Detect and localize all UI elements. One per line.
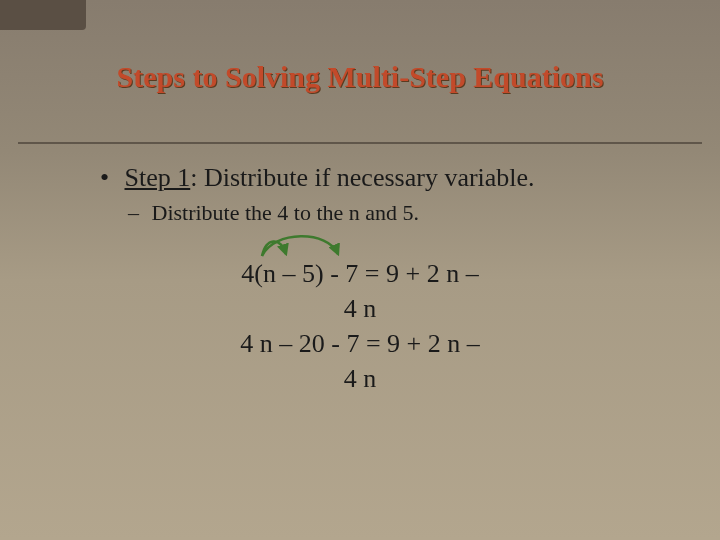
horizontal-rule <box>18 142 702 144</box>
sub-text: Distribute the 4 to the n and 5. <box>152 200 420 225</box>
bullet-line: • Step 1: Distribute if necessary variab… <box>100 162 660 193</box>
slide-title: Steps to Solving Multi-Step Equations <box>0 60 720 94</box>
corner-tab <box>0 0 86 30</box>
sub-dash: – <box>128 200 146 226</box>
slide: Steps to Solving Multi-Step Equations • … <box>0 0 720 540</box>
step-label-underline: Step 1 <box>125 163 191 192</box>
bullet-dot: • <box>100 162 118 193</box>
arrow-long-icon <box>262 236 338 256</box>
step-after-text: : Distribute if necessary variable. <box>190 163 534 192</box>
equation-block: 4(n – 5) - 7 = 9 + 2 n – 4 n 4 n – 20 - … <box>0 256 720 396</box>
arrow-short-icon <box>262 241 286 256</box>
equation-line-1: 4(n – 5) - 7 = 9 + 2 n – <box>0 256 720 291</box>
equation-line-2: 4 n <box>0 291 720 326</box>
equation-line-3: 4 n – 20 - 7 = 9 + 2 n – <box>0 326 720 361</box>
equation-line-4: 4 n <box>0 361 720 396</box>
sub-bullet-line: – Distribute the 4 to the n and 5. <box>128 200 660 226</box>
